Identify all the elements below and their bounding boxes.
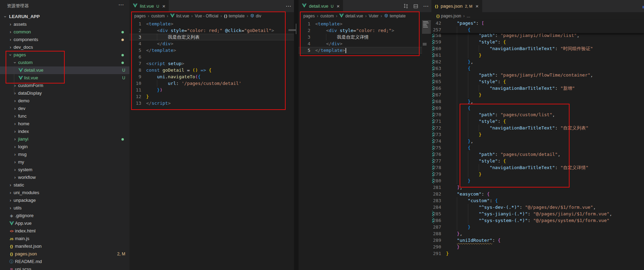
- code-line-7[interactable]: 7<script setup>: [129, 60, 294, 67]
- scrollbar-slider[interactable]: [296, 24, 296, 34]
- tree-item-index[interactable]: ›index: [0, 128, 129, 135]
- more-actions-icon[interactable]: ⋯: [423, 0, 429, 12]
- breadcrumb-item[interactable]: pages: [134, 14, 146, 18]
- scrollbar-slider[interactable]: [288, 29, 296, 31]
- tree-item-demo[interactable]: ›demo: [0, 97, 129, 105]
- code-line-267[interactable]: 267 }: [431, 92, 644, 98]
- sticky-line-257[interactable]: 257 {: [431, 26, 644, 33]
- code-line-281[interactable]: 281 ],: [431, 184, 644, 191]
- code-line-271[interactable]: 271 "style": {: [431, 118, 644, 125]
- tree-item-common[interactable]: ›common: [0, 28, 129, 36]
- editor-group-sash[interactable]: [294, 0, 299, 270]
- code-line-266[interactable]: 266 "navigationBarTitleText": "新增": [431, 85, 644, 92]
- breadcrumb-item[interactable]: list.vue: [170, 14, 189, 19]
- code-line-286[interactable]: 286 "^sys-system-(.*)": "@/pages/system/…: [431, 217, 644, 224]
- code-line-259[interactable]: 259 "style": {: [431, 39, 644, 45]
- tree-item-customForm[interactable]: ›customForm: [0, 82, 129, 89]
- tree-item-App.vue[interactable]: App.vue: [0, 220, 129, 227]
- close-icon[interactable]: ×: [162, 3, 165, 9]
- breadcrumb-item[interactable]: pages: [303, 14, 315, 18]
- tree-item-system[interactable]: ›system: [0, 166, 129, 174]
- code-line-5[interactable]: 5</template>: [129, 47, 294, 54]
- code-line-11[interactable]: 11 }): [129, 87, 294, 93]
- code-line-272[interactable]: 272 "navigationBarTitleText": "自定义列表": [431, 125, 644, 131]
- code-line-284[interactable]: 284 "^sys-dev-(.*)": "@/pages/dev/$1/for…: [431, 204, 644, 211]
- code-line-290[interactable]: 290 }: [431, 244, 644, 250]
- code-line-264[interactable]: 264 "path": "pages/jianyi/flowTime/conta…: [431, 72, 644, 78]
- code-line-5[interactable]: 5</template>: [299, 47, 431, 54]
- sticky-line-42[interactable]: 42 "pages": [: [431, 20, 644, 26]
- code-line-283[interactable]: 283 "custom": {: [431, 197, 644, 204]
- tree-item-custom[interactable]: ›custom: [0, 59, 129, 66]
- code-editor[interactable]: 1<template>2 <div style="color: red;" @c…: [129, 20, 294, 270]
- breadcrumb-item[interactable]: Vuter: [369, 14, 379, 18]
- breadcrumb-item[interactable]: Vue - Official: [195, 14, 218, 18]
- tree-item-uni_modules[interactable]: ›uni_modules: [0, 189, 129, 197]
- compare-changes-icon[interactable]: [403, 3, 408, 9]
- tree-item-detail.vue[interactable]: detail.vueU: [0, 66, 129, 74]
- code-line-6[interactable]: 6: [129, 54, 294, 60]
- code-line-10[interactable]: 10 url: '/pages/custom/detail': [129, 80, 294, 87]
- breadcrumb-item[interactable]: custom: [151, 14, 165, 18]
- minimap[interactable]: [422, 12, 431, 270]
- tree-item-index.html[interactable]: <>index.html: [0, 227, 129, 235]
- tree-item-func[interactable]: ›func: [0, 112, 129, 120]
- tree-item-pages.json[interactable]: {}pages.json2, M: [0, 250, 129, 258]
- tree-item-README.md[interactable]: ⓘREADME.md: [0, 258, 129, 265]
- code-line-280[interactable]: 280 }: [431, 177, 644, 184]
- code-line-260[interactable]: 260 "navigationBarTitleText": "时间组件验证": [431, 45, 644, 52]
- tree-item-pages[interactable]: ›pages: [0, 51, 129, 59]
- code-line-13[interactable]: 13</script>: [129, 100, 294, 106]
- code-line-274[interactable]: 274 },: [431, 138, 644, 144]
- code-editor[interactable]: 258 "path": "pages/jianyi/flowTime/list"…: [431, 20, 644, 270]
- code-line-287[interactable]: 287 }: [431, 224, 644, 230]
- tree-item-list.vue[interactable]: list.vueU: [0, 74, 129, 82]
- code-line-289[interactable]: 289 "uniIdRouter": {: [431, 237, 644, 244]
- close-icon[interactable]: ×: [476, 3, 479, 9]
- tab-list-vue[interactable]: list.vue U ×: [129, 0, 169, 12]
- code-line-279[interactable]: 279 }: [431, 171, 644, 177]
- code-line-291[interactable]: 291}: [431, 250, 644, 257]
- code-line-8[interactable]: 8const goDetail = () => {: [129, 67, 294, 73]
- tree-item-static[interactable]: ›static: [0, 181, 129, 189]
- code-editor[interactable]: 1<template>2 <div style="color: red;">3 …: [299, 20, 431, 270]
- tree-item-login[interactable]: ›login: [0, 143, 129, 151]
- code-line-4[interactable]: 4 </div>: [299, 40, 431, 47]
- breadcrumb-item[interactable]: div: [250, 14, 261, 19]
- tree-item-manifest.json[interactable]: {}manifest.json: [0, 243, 129, 250]
- code-line-278[interactable]: 278 "navigationBarTitleText": "自定义详情": [431, 164, 644, 171]
- close-icon[interactable]: ×: [337, 3, 340, 9]
- code-line-12[interactable]: 12}: [129, 93, 294, 100]
- code-line-3[interactable]: 3 我是自定义列表: [129, 34, 294, 40]
- code-line-261[interactable]: 261 }: [431, 52, 644, 58]
- tree-item-unpackage[interactable]: ›unpackage: [0, 197, 129, 204]
- tree-item-main.js[interactable]: JSmain.js: [0, 235, 129, 243]
- code-line-263[interactable]: 263 {: [431, 65, 644, 72]
- code-line-269[interactable]: 269 {: [431, 105, 644, 111]
- code-line-288[interactable]: 288 },: [431, 230, 644, 237]
- breadcrumb-item[interactable]: ...: [467, 14, 470, 18]
- code-line-268[interactable]: 268 },: [431, 98, 644, 105]
- code-line-9[interactable]: 9 uni.navigateTo({: [129, 73, 294, 80]
- tree-item-my[interactable]: ›my: [0, 158, 129, 166]
- code-line-3[interactable]: 3 我是自定义详情: [299, 34, 431, 40]
- tree-item-utils[interactable]: ›utils: [0, 204, 129, 212]
- more-actions-icon[interactable]: ⋯: [118, 1, 124, 8]
- split-editor-icon[interactable]: [413, 4, 418, 9]
- code-line-270[interactable]: 270 "path": "pages/custom/list",: [431, 111, 644, 118]
- tree-root-learun-app[interactable]: ›LEARUN_APP: [0, 13, 129, 21]
- tree-item-home[interactable]: ›home: [0, 120, 129, 128]
- code-line-1[interactable]: 1<template>: [129, 21, 294, 27]
- breadcrumb-item[interactable]: custom: [320, 14, 334, 18]
- code-line-282[interactable]: 282 "easycom": {: [431, 191, 644, 197]
- tree-item-jianyi[interactable]: ›jianyi: [0, 135, 129, 143]
- breadcrumb-item[interactable]: { }template: [224, 14, 245, 18]
- tree-item-assets[interactable]: ›assets: [0, 21, 129, 28]
- sticky-scroll[interactable]: 42 "pages": [257 {: [431, 20, 644, 33]
- tree-item-dataDisplay[interactable]: ›dataDisplay: [0, 89, 129, 97]
- code-line-2[interactable]: 2 <div style="color: red;" @click="goDet…: [129, 27, 294, 34]
- tree-item-uni.scss[interactable]: ≋uni.scss: [0, 265, 129, 270]
- code-line-2[interactable]: 2 <div style="color: red;">: [299, 27, 431, 34]
- code-line-262[interactable]: 262 },: [431, 58, 644, 65]
- tree-item-.gitignore[interactable]: ◈.gitignore: [0, 212, 129, 220]
